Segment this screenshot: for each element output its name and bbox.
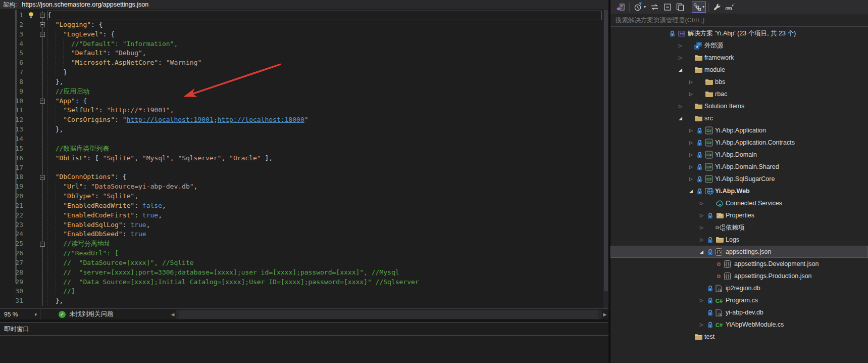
code-line[interactable]: 7} — [0, 68, 602, 77]
tree-item[interactable]: ▷Properties — [610, 209, 868, 221]
pending-changes-filter-icon[interactable]: ▾ — [632, 2, 647, 13]
tree-item[interactable]: ▷依赖项 — [610, 221, 868, 234]
chevron-collapsed-icon[interactable]: ▷ — [700, 201, 707, 206]
tree-item[interactable]: ▷Solution Items — [610, 100, 868, 112]
collapse-region-icon[interactable]: − — [40, 22, 45, 27]
tree-item[interactable]: ▷bbs — [610, 76, 868, 88]
collapse-region-icon[interactable]: − — [40, 242, 45, 247]
code-line[interactable]: 24"EnabledDbSeed": true — [0, 230, 602, 239]
chevron-collapsed-icon[interactable]: ▷ — [700, 322, 707, 327]
code-line[interactable]: 6"Microsoft.AspNetCore": "Warning" — [0, 58, 602, 68]
code-line[interactable]: 26//"ReadUrl": [ — [0, 249, 602, 258]
url-link[interactable]: http://localhost:18000 — [218, 116, 304, 123]
switch-views-icon[interactable] — [614, 2, 627, 13]
code-line[interactable]: 30//] — [0, 287, 602, 296]
tree-item[interactable]: ▷rbac — [610, 88, 868, 100]
tree-item[interactable]: ▷C#YiAbpWebModule.cs — [610, 319, 868, 331]
chevron-collapsed-icon[interactable]: ▷ — [689, 176, 697, 182]
code-line[interactable]: 31}, — [0, 296, 602, 306]
code-line[interactable]: 4//"Default": "Information", — [0, 39, 602, 49]
search-input[interactable] — [610, 17, 868, 24]
scroll-right-icon[interactable]: ▶ — [602, 312, 608, 317]
zoom-level-dropdown[interactable]: 95 % ▾ — [0, 309, 40, 320]
collapse-region-icon[interactable]: − — [40, 13, 45, 18]
chevron-collapsed-icon[interactable]: ▷ — [700, 298, 707, 303]
preview-selected-items-icon[interactable] — [724, 2, 736, 13]
code-line[interactable]: 27// "DataSource=[xxxx]", //Sqlite — [0, 258, 602, 268]
code-line[interactable]: 16"DbList": [ "Sqlite", "Mysql", "Sqlser… — [0, 154, 602, 163]
collapse-region-icon[interactable]: − — [40, 32, 45, 37]
code-line[interactable]: 23"EnabledSqlLog": true, — [0, 220, 602, 230]
lightbulb-icon[interactable] — [23, 11, 38, 20]
horizontal-scrollbar[interactable]: ◀ ▶ — [170, 310, 608, 319]
tree-item[interactable]: yi-abp-dev.db — [610, 306, 868, 319]
horizontal-scroll-track[interactable] — [176, 310, 602, 319]
code-line[interactable]: 12"CorsOrigins": "http://localhost:19001… — [0, 115, 602, 125]
chevron-down-icon[interactable]: ▾ — [702, 5, 704, 9]
code-line[interactable]: 9//应用启动 — [0, 87, 602, 97]
code-line[interactable]: 28// "server=[xxxx];port=3306;database=[… — [0, 268, 602, 278]
document-health-indicator[interactable]: ✓ 未找到相关问题 — [59, 309, 114, 320]
tree-item[interactable]: ▷C#Yi.Abp.Domain — [610, 149, 868, 161]
code-line[interactable]: 8}, — [0, 77, 602, 87]
tree-item[interactable]: {}appsettings.Production.json — [610, 270, 868, 282]
code-line[interactable]: 17 — [0, 163, 602, 173]
tree-item[interactable]: {}appsettings.Development.json — [610, 258, 868, 270]
code-editor[interactable]: 1−{2−"Logging": {3−"LogLevel": {4//"Defa… — [0, 9, 608, 308]
chevron-collapsed-icon[interactable]: ▷ — [700, 225, 707, 230]
code-line[interactable]: 25−//读写分离地址 — [0, 239, 602, 249]
tree-item[interactable]: ◢src — [610, 112, 868, 124]
scroll-left-icon[interactable]: ◀ — [170, 312, 176, 317]
tree-item[interactable]: ip2region.db — [610, 282, 868, 294]
tree-item[interactable]: ▷C#Program.cs — [610, 294, 868, 306]
url-link[interactable]: http://localhost:19001 — [127, 116, 214, 123]
tree-item[interactable]: ▷C#Yi.Abp.Application — [610, 124, 868, 137]
code-line[interactable]: 15//数据库类型列表 — [0, 144, 602, 154]
collapse-region-icon[interactable]: − — [40, 99, 45, 104]
collapse-region-icon[interactable]: − — [40, 175, 45, 180]
tree-item[interactable]: ▷外部源 — [610, 39, 868, 52]
chevron-collapsed-icon[interactable]: ▷ — [689, 140, 697, 145]
chevron-collapsed-icon[interactable]: ▷ — [679, 43, 686, 48]
code-line[interactable]: 29// "Data Source=[xxxx];Initial Catalog… — [0, 278, 602, 287]
chevron-expanded-icon[interactable]: ◢ — [700, 249, 707, 254]
chevron-collapsed-icon[interactable]: ▷ — [679, 55, 686, 60]
tree-item[interactable]: ◢{}appsettings.json — [610, 246, 868, 258]
collapse-all-icon[interactable] — [662, 2, 673, 13]
tree-item[interactable]: ▷C#Yi.Abp.Application.Contracts — [610, 137, 868, 149]
chevron-collapsed-icon[interactable]: ▷ — [689, 152, 697, 157]
code-line[interactable]: 10−"App": { — [0, 97, 602, 106]
tree-item[interactable]: ◢module — [610, 64, 868, 76]
code-line[interactable]: 11"SelfUrl": "http://*:19001", — [0, 106, 602, 115]
code-line[interactable]: 13}, — [0, 125, 602, 134]
chevron-collapsed-icon[interactable]: ▷ — [689, 164, 697, 169]
code-line[interactable]: 20"DbType": "Sqlite", — [0, 192, 602, 201]
tree-item[interactable]: ▷Connected Services — [610, 197, 868, 209]
tree-item[interactable]: ▷C#Yi.Abp.Domain.Shared — [610, 161, 868, 173]
code-line[interactable]: 2−"Logging": { — [0, 20, 602, 30]
chevron-collapsed-icon[interactable]: ▷ — [700, 213, 707, 218]
schema-url-combobox[interactable]: https://json.schemastore.org/appsettings… — [19, 0, 608, 9]
code-line[interactable]: 5"Default": "Debug", — [0, 49, 602, 58]
properties-icon[interactable] — [711, 2, 723, 13]
code-line[interactable]: 18−"DbConnOptions": { — [0, 172, 602, 182]
code-line[interactable]: 21"EnabledReadWrite": false, — [0, 201, 602, 211]
tree-item[interactable]: ▷C#Yi.Abp.SqlSugarCore — [610, 173, 868, 185]
tree-item[interactable]: ▷framework — [610, 52, 868, 64]
properties-pages-icon[interactable] — [674, 2, 686, 13]
show-all-files-icon[interactable]: ▾ — [692, 2, 706, 13]
tree-item[interactable]: ◢Yi.Abp.Web — [610, 185, 868, 197]
code-line[interactable]: 14 — [0, 134, 602, 144]
tree-item[interactable]: 解决方案 'Yi.Abp' (23 个项目, 共 23 个) — [610, 27, 868, 39]
sync-with-active-document-icon[interactable] — [648, 2, 661, 13]
tree-item[interactable]: ▷Logs — [610, 234, 868, 246]
chevron-collapsed-icon[interactable]: ▷ — [689, 128, 697, 133]
chevron-expanded-icon[interactable]: ◢ — [679, 116, 686, 121]
tree-item[interactable]: test — [610, 331, 868, 343]
chevron-collapsed-icon[interactable]: ▷ — [679, 104, 686, 109]
code-line[interactable]: 22"EnabledCodeFirst": true, — [0, 211, 602, 220]
code-line[interactable]: 3−"LogLevel": { — [0, 30, 602, 39]
chevron-collapsed-icon[interactable]: ▷ — [689, 79, 697, 84]
chevron-expanded-icon[interactable]: ◢ — [689, 189, 697, 194]
code-line[interactable]: 19"Url": "DataSource=yi-abp-dev.db", — [0, 182, 602, 192]
